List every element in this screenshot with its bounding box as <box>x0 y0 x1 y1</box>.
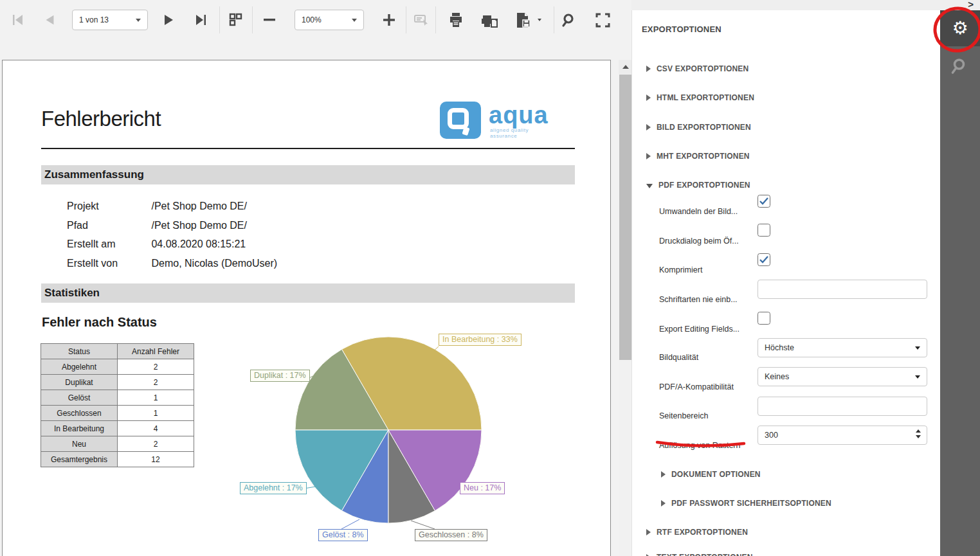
option-label: Druckdialog beim Öf... <box>659 237 739 246</box>
schriftarten-nie-einb-input[interactable] <box>758 280 927 299</box>
aufloesung-von-rastern-spinner[interactable]: 300 <box>758 426 927 445</box>
viewer-toolbar: 1 von 13 100% <box>0 0 631 40</box>
toolbar-separator <box>435 6 436 33</box>
table-row: Abgelehnt2 <box>41 359 194 375</box>
expander-triangle-icon <box>646 124 651 130</box>
pie-label-neu: Neu : 17% <box>460 482 505 494</box>
report-page: Fehlerbericht aqua aligned quality assur… <box>2 60 611 556</box>
pie-label-in-bearbeitung: In Bearbeitung : 33% <box>439 334 522 346</box>
section-mht-exportoptionen[interactable]: MHT EXPORTOPTIONEN <box>646 150 750 162</box>
panel-title: EXPORTOPTIONEN <box>642 24 721 34</box>
report-title: Fehlerbericht <box>41 107 161 131</box>
aqua-logo-tagline: aligned quality assurance <box>490 127 556 139</box>
option-label: Komprimiert <box>659 265 702 274</box>
option-label: Export Editing Fields... <box>659 325 740 334</box>
table-row: Neu2 <box>41 436 194 452</box>
pie-slices <box>295 337 482 523</box>
expander-triangle-icon <box>646 66 651 72</box>
print-page-button[interactable] <box>477 8 502 32</box>
expander-triangle-icon <box>661 500 666 507</box>
checkbox-umwandeln-der-bild[interactable] <box>758 195 770 208</box>
table-header-row: Status Anzahl Fehler <box>41 344 194 359</box>
chevron-down-icon <box>915 375 920 379</box>
pdfa-kompatibilitaet-select[interactable]: Keines <box>758 367 927 386</box>
panel-top-strip: > <box>631 0 980 10</box>
page-selector[interactable]: 1 von 13 <box>72 10 148 30</box>
option-label: Bildqualität <box>659 353 698 362</box>
pie-label-geloest: Gelöst : 8% <box>318 529 368 541</box>
chevron-up-icon <box>622 65 629 69</box>
pie-label-abgelehnt: Abgelehnt : 17% <box>240 482 307 494</box>
spin-up-icon <box>916 429 921 433</box>
zoom-out-button[interactable] <box>257 8 282 32</box>
checkbox-export-editing-fields[interactable] <box>758 312 770 325</box>
editing-fields-button[interactable] <box>410 8 434 32</box>
title-rule <box>41 148 575 149</box>
option-label: Umwandeln der Bild... <box>659 207 738 216</box>
spinner-arrows[interactable] <box>916 429 921 438</box>
section-text-exportoptionen[interactable]: TEXT EXPORTOPTIONEN <box>646 552 753 556</box>
fullscreen-button[interactable] <box>590 8 615 32</box>
last-page-button[interactable] <box>189 8 213 32</box>
collapse-panel-chevron-icon[interactable]: > <box>968 0 974 10</box>
toolbar-separator <box>554 6 554 33</box>
expander-triangle-icon <box>646 153 651 159</box>
section-html-exportoptionen[interactable]: HTML EXPORTOPTIONEN <box>646 92 754 103</box>
section-bild-exportoptionen[interactable]: BILD EXPORTOPTIONEN <box>646 121 751 133</box>
section-dokument-optionen[interactable]: DOKUMENT OPTIONEN <box>661 469 761 480</box>
option-label-aufloesung: Auflösung von Rastern <box>659 441 740 450</box>
pie-label-duplikat: Duplikat : 17% <box>250 370 310 382</box>
toolbar-separator <box>406 6 406 33</box>
bildqualitaet-select[interactable]: Höchste <box>758 338 927 357</box>
seitenbereich-input[interactable] <box>758 397 927 416</box>
chevron-down-icon <box>352 19 357 22</box>
statistics-heading: Statistiken <box>41 283 575 303</box>
zoom-selector-value: 100% <box>302 15 322 24</box>
section-pdf-passwort-sicherheitsoptionen[interactable]: PDF PASSWORT SICHERHEITSOPTIONEN <box>661 498 831 509</box>
toolbar-separator <box>219 6 220 33</box>
table-row: Gelöst1 <box>41 390 194 406</box>
zoom-in-button[interactable] <box>377 8 401 32</box>
status-pie-chart: In Bearbeitung : 33% Duplikat : 17% Abge… <box>239 325 523 555</box>
checkbox-komprimiert[interactable] <box>758 253 770 266</box>
pie-label-geschlossen: Geschlossen : 8% <box>415 529 487 541</box>
section-csv-exportoptionen[interactable]: CSV EXPORTOPTIONEN <box>646 63 749 75</box>
export-options-panel: EXPORTOPTIONEN CSV EXPORTOPTIONEN HTML E… <box>631 10 940 556</box>
aqua-logo-word: aqua <box>489 103 549 127</box>
export-dropdown-caret[interactable] <box>538 19 541 21</box>
toolbar-separator <box>252 6 253 33</box>
vertical-scrollbar[interactable] <box>619 60 633 556</box>
scrollbar-thumb[interactable] <box>619 75 632 360</box>
table-row: In Bearbeitung4 <box>41 421 194 436</box>
zoom-selector[interactable]: 100% <box>295 10 364 30</box>
section-pdf-exportoptionen[interactable]: PDF EXPORTOPTIONEN <box>646 179 750 191</box>
chart-subheading: Fehler nach Status <box>42 315 157 330</box>
search-button[interactable] <box>557 8 581 32</box>
expander-triangle-icon <box>646 529 651 535</box>
status-table: Status Anzahl Fehler Abgelehnt2 Duplikat… <box>41 343 194 467</box>
spin-down-icon <box>916 435 921 438</box>
first-page-button[interactable] <box>5 8 30 32</box>
next-page-button[interactable] <box>157 8 181 32</box>
gear-icon: ⚙ <box>952 19 968 37</box>
scroll-up-button[interactable] <box>619 60 633 74</box>
multipage-view-button[interactable] <box>223 8 248 32</box>
summary-field: Pfad /Pet Shop Demo DE/ <box>67 216 247 235</box>
summary-field: Projekt /Pet Shop Demo DE/ <box>67 197 247 216</box>
print-button[interactable] <box>444 8 468 32</box>
page-selector-value: 1 von 13 <box>79 15 109 24</box>
chevron-down-icon <box>915 346 920 350</box>
export-options-tab[interactable]: ⚙ <box>940 10 980 46</box>
expander-triangle-icon <box>646 94 651 101</box>
right-tab-sidebar: ⚙ <box>940 10 980 556</box>
previous-page-button[interactable] <box>37 8 62 32</box>
checkbox-druckdialog[interactable] <box>758 224 770 237</box>
option-label: Schriftarten nie einb... <box>659 295 738 304</box>
summary-heading: Zusammenfassung <box>41 165 575 184</box>
document-viewer: 1 von 13 100% <box>0 0 631 556</box>
expander-triangle-icon <box>661 471 666 478</box>
search-tab[interactable] <box>940 50 980 82</box>
section-rtf-exportoptionen[interactable]: RTF EXPORTOPTIONEN <box>646 526 748 538</box>
summary-field: Erstellt von Demo, Nicolas (DemoUser) <box>67 254 277 273</box>
export-document-button[interactable] <box>511 8 535 32</box>
